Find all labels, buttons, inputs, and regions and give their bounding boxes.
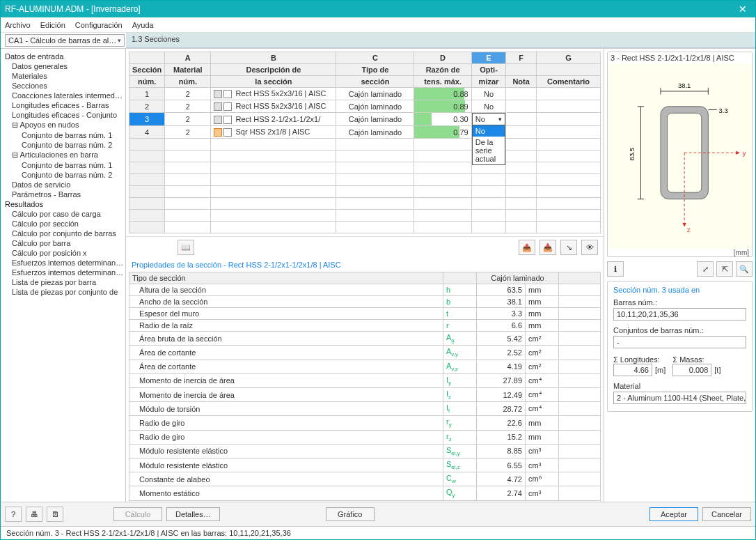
report-button[interactable]: 🖺 (47, 507, 63, 522)
library-button[interactable]: 📖 (178, 240, 194, 255)
help-button[interactable]: ? (5, 507, 22, 522)
svg-text:z: z (687, 226, 691, 233)
tree-item[interactable]: Cálculo por caso de carga (2, 209, 124, 219)
close-icon[interactable]: ✕ (734, 3, 751, 15)
sumlen-label: Σ Longitudes: (613, 355, 666, 364)
dims-button[interactable]: ⇱ (716, 261, 733, 277)
tree-item[interactable]: Materiales (2, 71, 124, 81)
tree-item[interactable]: Parámetros - Barras (2, 190, 124, 199)
tree-item[interactable]: Cálculo por sección (2, 219, 124, 229)
table-row[interactable]: 42 Sqr HSS 2x1/8 | AISCCajón laminado0.7… (129, 126, 601, 139)
table-row[interactable]: 32 Rect HSS 2-1/2x1-1/2x1/Cajón laminado… (129, 113, 601, 126)
prop-row: Radio de la raízr6.6mm (129, 320, 601, 332)
optimize-menu[interactable]: No De la serie actual (472, 125, 505, 165)
tree-item[interactable]: Longitudes eficaces - Conjunto (2, 110, 124, 120)
dialog-buttons: ? 🖶 🖺 Cálculo Detalles… Gráfico Aceptar … (1, 502, 755, 526)
tree-item[interactable]: Cálculo por conjunto de barras (2, 229, 124, 238)
tree-artic[interactable]: ⊟ Articulaciones en barra (2, 150, 124, 160)
tree-resultados[interactable]: Resultados (2, 199, 124, 209)
zoom-button[interactable]: 🔍 (736, 261, 753, 277)
dim-t: 3.3 (719, 107, 728, 114)
cancel-button[interactable]: Cancelar (702, 507, 751, 521)
used-in-panel: Sección núm. 3 usada en Barras núm.: 10,… (607, 281, 753, 412)
graph-button[interactable]: Gráfico (326, 507, 375, 521)
tree-item[interactable]: Datos generales (2, 61, 124, 71)
tree-item[interactable]: Lista de piezas por barra (2, 277, 124, 287)
tree-item[interactable]: Conjunto de barras núm. 2 (2, 140, 124, 150)
tree-apoyos[interactable]: ⊟ Apoyos en nudos (2, 120, 124, 130)
sumlen-value: 4.66 (613, 364, 652, 376)
prop-row: Altura de la secciónh63.5mm (129, 284, 601, 296)
tree-item[interactable]: Esfuerzos internos determinantes (2, 268, 124, 277)
tree-item[interactable]: Secciones (2, 81, 124, 91)
bars-label: Barras núm.: (613, 298, 746, 307)
prop-row: Módulo resistente elásticoSel,y8.85cm³ (129, 444, 601, 458)
content-title: 1.3 Secciones (126, 33, 755, 48)
material-label: Material (613, 382, 746, 390)
table-row[interactable]: 12 Rect HSS 5x2x3/16 | AISCCajón laminad… (129, 88, 601, 100)
props-title: Propiedades de la sección - Rect HSS 2-1… (126, 258, 604, 272)
prop-row: Ancho de la secciónb38.1mm (129, 296, 601, 308)
table-row[interactable]: 22 Rect HSS 5x2x3/16 | AISCCajón laminad… (129, 100, 601, 113)
window-title: RF-ALUMINUM ADM - [Invernadero] (5, 4, 734, 14)
chevron-down-icon: ▾ (118, 37, 121, 44)
menu-edicion[interactable]: Edición (40, 21, 65, 29)
grid-toolbar: 📖 📤 📥 ↘ 👁 (126, 236, 604, 258)
svg-marker-10 (736, 151, 740, 155)
section-diagram-panel: 3 - Rect HSS 2-1/2x1-1/2x1/8 | AISC 38.1… (607, 52, 753, 257)
sections-table[interactable]: A B C D E F G Sección Material Descripci… (129, 52, 601, 233)
tree-item[interactable]: Coacciones laterales intermedias (2, 91, 124, 100)
tree-item[interactable]: Cálculo por barra (2, 238, 124, 248)
tree-item[interactable]: Conjunto de barras núm. 1 (2, 160, 124, 170)
view-button[interactable]: 👁 (581, 240, 598, 255)
unit-label: [mm] (608, 249, 752, 256)
tree-item[interactable]: Longitudes eficaces - Barras (2, 100, 124, 110)
section-diagram: 38.1 63.5 3.3 y (608, 63, 752, 249)
tree-item[interactable]: Conjunto de barras núm. 2 (2, 170, 124, 180)
ok-button[interactable]: Aceptar (649, 507, 698, 521)
props-table: Tipo de sección Cajón laminado Altura de… (129, 272, 601, 500)
tree-item[interactable]: Cálculo por posición x (2, 248, 124, 258)
opt-serie: De la serie actual (473, 137, 505, 164)
sets-value[interactable]: - (613, 336, 746, 348)
title-bar: RF-ALUMINUM ADM - [Invernadero] ✕ (1, 1, 755, 17)
prop-row: Área bruta de la secciónAg5.42cm² (129, 332, 601, 346)
menu-config[interactable]: Configuración (75, 21, 123, 29)
case-dropdown[interactable]: CA1 - Cálculo de barras de alum ▾ (5, 34, 125, 47)
nav-tree: Datos de entrada Datos generalesMaterial… (1, 49, 126, 502)
tree-item[interactable]: Esfuerzos internos determinantes (2, 258, 124, 268)
print-button[interactable]: 🖶 (26, 507, 42, 522)
prop-row: Constante de alabeoCw4.72cm⁶ (129, 472, 601, 486)
svg-text:y: y (743, 149, 746, 157)
tree-item[interactable]: Conjunto de barras núm. 1 (2, 130, 124, 140)
menu-archivo[interactable]: Archivo (5, 21, 31, 29)
dim-h: 63.5 (628, 148, 636, 160)
case-dropdown-label: CA1 - Cálculo de barras de alum (8, 36, 118, 45)
prop-row: Área de cortanteAv,z4.19cm² (129, 360, 601, 373)
prop-row: Momento de inercia de áreaIy27.89cm⁴ (129, 373, 601, 387)
calc-button[interactable]: Cálculo (113, 507, 162, 521)
bars-value[interactable]: 10,11,20,21,35,36 (613, 308, 746, 321)
sets-label: Conjuntos de barras núm.: (613, 326, 746, 334)
prop-row: Momento de inercia de áreaIz12.49cm⁴ (129, 388, 601, 402)
prop-row: Módulo de torsiónIt28.72cm⁴ (129, 402, 601, 416)
status-bar: Sección núm. 3 - Rect HSS 2-1/2x1-1/2x1/… (1, 526, 755, 539)
used-in-title: Sección núm. 3 usada en (611, 284, 749, 295)
tree-datos-entrada[interactable]: Datos de entrada (2, 52, 124, 61)
menu-bar: Archivo Edición Configuración Ayuda (1, 17, 755, 33)
export-button[interactable]: 📤 (519, 240, 535, 255)
import-button[interactable]: 📥 (540, 240, 556, 255)
summass-label: Σ Masas: (672, 355, 720, 364)
details-button[interactable]: Detalles… (166, 507, 220, 521)
prop-row: Espesor del murot3.3mm (129, 308, 601, 320)
dim-w: 38.1 (678, 82, 691, 89)
prop-row: Área de cortanteAv,y2.52cm² (129, 346, 601, 360)
material-value[interactable]: 2 - Aluminum 1100-H14 (Sheet, Plate, Dr (613, 392, 746, 404)
info-button[interactable]: ℹ (607, 261, 624, 277)
menu-ayuda[interactable]: Ayuda (132, 21, 154, 29)
tree-item[interactable]: Datos de servicio (2, 180, 124, 190)
prop-row: Momento estáticoQy2.74cm³ (129, 486, 601, 500)
axes-button[interactable]: ⤢ (697, 261, 714, 277)
pick-button[interactable]: ↘ (560, 240, 577, 255)
tree-item[interactable]: Lista de piezas por conjunto de (2, 287, 124, 297)
